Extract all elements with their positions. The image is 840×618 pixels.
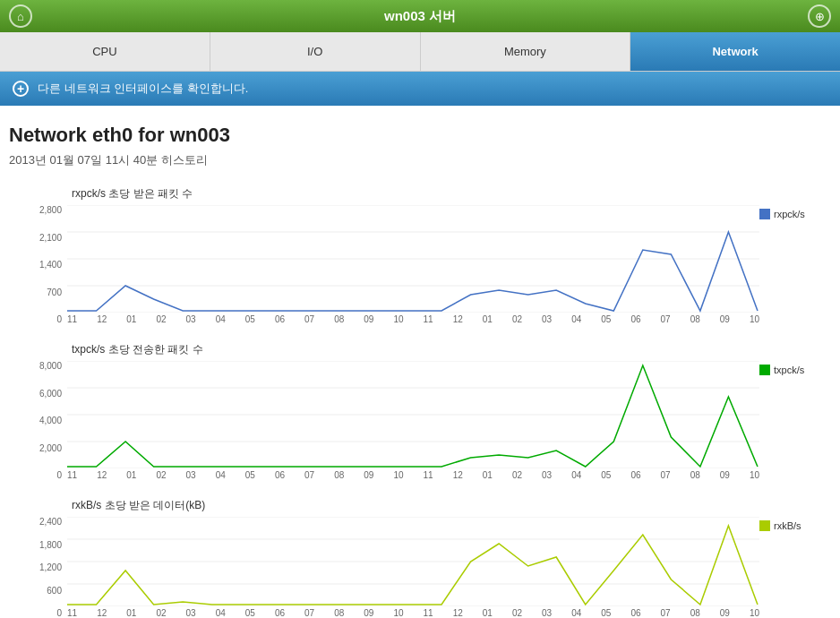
legend-rxpck-label: rxpck/s — [774, 209, 805, 219]
legend-rxpck-box — [759, 209, 770, 219]
chart-txpck-label: txpck/s 초당 전송한 패킷 수 — [72, 342, 831, 357]
chart-rxkb-xaxis: 1112 0102 0304 0506 0708 0910 1112 0102 … — [67, 606, 759, 618]
banner-text: 다른 네트워크 인터페이스를 확인합니다. — [38, 81, 248, 97]
legend-txpck-box — [759, 365, 770, 375]
network-interface-banner[interactable]: + 다른 네트워크 인터페이스를 확인합니다. — [0, 72, 840, 106]
page-subtitle: 2013년 01월 07일 11시 40분 히스토리 — [9, 152, 831, 168]
home-icon[interactable]: ⌂ — [9, 4, 32, 28]
chart-txpck: txpck/s 초당 전송한 패킷 수 8,000 6,000 4,000 2,… — [9, 342, 831, 480]
legend-txpck: txpck/s — [759, 361, 831, 480]
chart-rxpck-yaxis: 2,800 2,100 1,400 700 0 — [9, 205, 67, 324]
header-title: wn003 서버 — [384, 8, 456, 25]
tab-cpu[interactable]: CPU — [0, 32, 210, 71]
tab-network[interactable]: Network — [630, 32, 840, 71]
chart-rxpck-xaxis: 1112 0102 0304 0506 0708 0910 1112 0102 … — [67, 313, 759, 324]
chart-txpck-xaxis: 1112 0102 0304 0506 0708 0910 1112 0102 … — [67, 468, 759, 480]
search-icon[interactable]: ⊕ — [808, 4, 831, 28]
tab-memory[interactable]: Memory — [421, 32, 631, 71]
chart-rxkb-area: 1112 0102 0304 0506 0708 0910 1112 0102 … — [67, 517, 759, 618]
chart-rxkb-container: 2,400 1,800 1,200 600 0 1112 0 — [9, 517, 831, 618]
chart-txpck-container: 8,000 6,000 4,000 2,000 0 1112 — [9, 361, 831, 480]
legend-rxkb-label: rxkB/s — [774, 520, 801, 531]
tabs-bar: CPU I/O Memory Network — [0, 32, 840, 72]
legend-rxkb-box — [759, 520, 770, 531]
chart-rxkb-yaxis: 2,400 1,800 1,200 600 0 — [9, 517, 67, 618]
chart-txpck-yaxis: 8,000 6,000 4,000 2,000 0 — [9, 361, 67, 480]
legend-rxpck: rxpck/s — [759, 205, 831, 324]
chart-rxpck-container: 2,800 2,100 1,400 700 0 1112 — [9, 205, 831, 324]
header: ⌂ wn003 서버 ⊕ — [0, 0, 840, 32]
chart-rxkb-label: rxkB/s 초당 받은 데이터(kB) — [72, 498, 831, 513]
page-title: Network eth0 for wn003 — [9, 124, 831, 147]
chart-rxpck-area: 1112 0102 0304 0506 0708 0910 1112 0102 … — [67, 205, 759, 324]
chart-txpck-area: 1112 0102 0304 0506 0708 0910 1112 0102 … — [67, 361, 759, 480]
tab-io[interactable]: I/O — [210, 32, 421, 71]
plus-icon: + — [13, 81, 29, 97]
legend-rxkb: rxkB/s — [759, 517, 831, 618]
chart-rxkb: rxkB/s 초당 받은 데이터(kB) 2,400 1,800 1,200 6… — [9, 498, 831, 618]
chart-rxpck: rxpck/s 초당 받은 패킷 수 2,800 2,100 1,400 700… — [9, 186, 831, 324]
main-content: Network eth0 for wn003 2013년 01월 07일 11시… — [0, 106, 840, 618]
legend-txpck-label: txpck/s — [774, 365, 804, 375]
chart-rxpck-label: rxpck/s 초당 받은 패킷 수 — [72, 186, 831, 202]
